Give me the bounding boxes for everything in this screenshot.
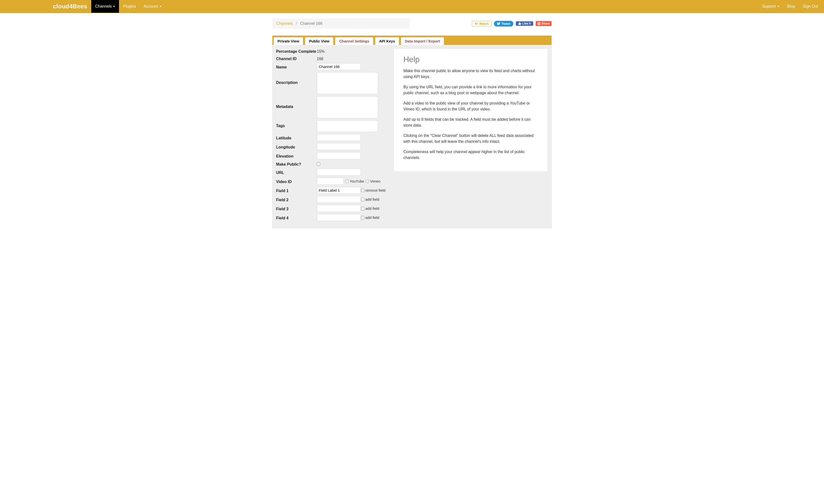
tweet-button[interactable]: Tweet xyxy=(494,21,513,26)
input-field3[interactable] xyxy=(317,205,361,212)
plus-icon xyxy=(538,22,540,25)
help-title: Help xyxy=(403,55,538,64)
help-p1: Make this channel public to allow anyone… xyxy=(403,68,538,80)
breadcrumb: Channels / Channel 166 xyxy=(272,18,410,29)
label-field2-add: add field xyxy=(366,197,379,201)
caret-down-icon xyxy=(113,6,115,7)
tab-public-view[interactable]: Public View xyxy=(305,37,333,45)
label-field4: Field 4 xyxy=(276,215,317,220)
label-latitude: Latitude xyxy=(276,135,317,140)
input-metadata[interactable] xyxy=(317,96,378,118)
tweet-label: Tweet xyxy=(502,22,510,25)
input-name[interactable] xyxy=(317,63,361,70)
nav-channels[interactable]: Channels xyxy=(91,0,119,13)
label-vimeo: Vimeo xyxy=(370,179,380,183)
nav-blog[interactable]: Blog xyxy=(783,0,799,13)
label-field1: Field 1 xyxy=(276,188,317,193)
checkbox-field4-add[interactable] xyxy=(361,216,365,219)
nav-account-label: Account xyxy=(144,4,158,9)
eye-icon xyxy=(475,22,478,25)
help-box: Help Make this channel public to allow a… xyxy=(393,48,548,172)
label-video-id: Video ID xyxy=(276,179,317,184)
input-field4[interactable] xyxy=(317,214,361,221)
label-make-public: Make Public? xyxy=(276,161,317,167)
help-p6: Completeness will help your channel appe… xyxy=(403,149,538,161)
checkbox-field1-remove[interactable] xyxy=(361,189,365,192)
nav-signout[interactable]: Sign Out xyxy=(799,0,822,13)
label-field1-remove: remove field xyxy=(366,188,386,192)
checkbox-make-public[interactable] xyxy=(317,162,320,166)
share-button[interactable]: Share xyxy=(536,21,552,26)
nav-support-label: Support xyxy=(762,4,776,9)
caret-down-icon xyxy=(778,6,779,7)
fb-like-label: Like 0 xyxy=(522,22,531,25)
breadcrumb-channels[interactable]: Channels xyxy=(276,21,293,25)
label-name: Name xyxy=(276,64,317,70)
breadcrumb-separator: / xyxy=(294,21,299,25)
nav-channels-label: Channels xyxy=(95,4,112,9)
watch-label: Watch xyxy=(479,22,489,25)
input-video-id[interactable] xyxy=(317,178,344,185)
top-nav: cloud4Bees Channels Plugins Account Supp… xyxy=(0,0,824,13)
label-description: Description xyxy=(276,72,317,85)
breadcrumb-current: Channel 166 xyxy=(300,21,322,25)
label-field4-add: add field xyxy=(366,215,379,220)
label-url: URL xyxy=(276,170,317,175)
help-p3: Add a video to the public view of your c… xyxy=(403,100,538,112)
input-description[interactable] xyxy=(317,72,378,94)
tab-private-view[interactable]: Private View xyxy=(273,37,303,45)
help-p2: By using the URL field, you can provide … xyxy=(403,84,538,96)
label-metadata: Metadata xyxy=(276,96,317,109)
label-longitude: Longitude xyxy=(276,144,317,149)
tab-channel-settings[interactable]: Channel Settings xyxy=(335,37,374,45)
nav-support[interactable]: Support xyxy=(758,0,783,13)
label-elevation: Elevation xyxy=(276,153,317,159)
help-p4: Add up to 8 fields that can be tracked. … xyxy=(403,117,538,128)
watch-button[interactable]: Watch xyxy=(472,21,492,26)
input-longitude[interactable] xyxy=(317,143,361,150)
input-url[interactable] xyxy=(317,169,361,176)
input-field2[interactable] xyxy=(317,196,361,203)
caret-down-icon xyxy=(160,6,162,7)
label-youtube: YouTube xyxy=(350,179,364,183)
label-channel-id: Channel ID xyxy=(276,56,317,61)
tab-api-keys[interactable]: API Keys xyxy=(375,37,399,45)
label-percentage-complete: Percentage Complete xyxy=(276,48,317,54)
nav-plugins[interactable]: Plugins xyxy=(119,0,140,13)
input-tags[interactable] xyxy=(317,120,378,132)
nav-account[interactable]: Account xyxy=(140,0,166,13)
label-field3: Field 3 xyxy=(276,206,317,211)
input-field1[interactable] xyxy=(317,187,361,194)
fb-like-button[interactable]: Like 0 xyxy=(516,21,533,26)
label-field3-add: add field xyxy=(366,206,379,211)
settings-panel: Percentage Complete 15% Channel ID 166 N… xyxy=(272,45,552,228)
radio-vimeo[interactable] xyxy=(366,180,369,183)
thumbs-up-icon xyxy=(518,22,521,25)
label-field2: Field 2 xyxy=(276,197,317,202)
checkbox-field3-add[interactable] xyxy=(361,207,365,210)
share-label: Share xyxy=(541,22,550,25)
value-percentage-complete: 15% xyxy=(317,48,325,54)
help-p5: Clicking on the "Clear Channel" button w… xyxy=(403,133,538,144)
tab-data-import-export[interactable]: Data Import / Export xyxy=(401,37,444,45)
checkbox-field2-add[interactable] xyxy=(361,198,365,201)
tabs-bar: Private View Public View Channel Setting… xyxy=(272,35,552,45)
label-tags: Tags xyxy=(276,120,317,128)
input-latitude[interactable] xyxy=(317,134,361,141)
twitter-icon xyxy=(497,22,500,25)
value-channel-id: 166 xyxy=(317,56,323,61)
brand-logo[interactable]: cloud4Bees xyxy=(53,0,91,13)
input-elevation[interactable] xyxy=(317,152,361,159)
radio-youtube[interactable] xyxy=(345,180,349,183)
